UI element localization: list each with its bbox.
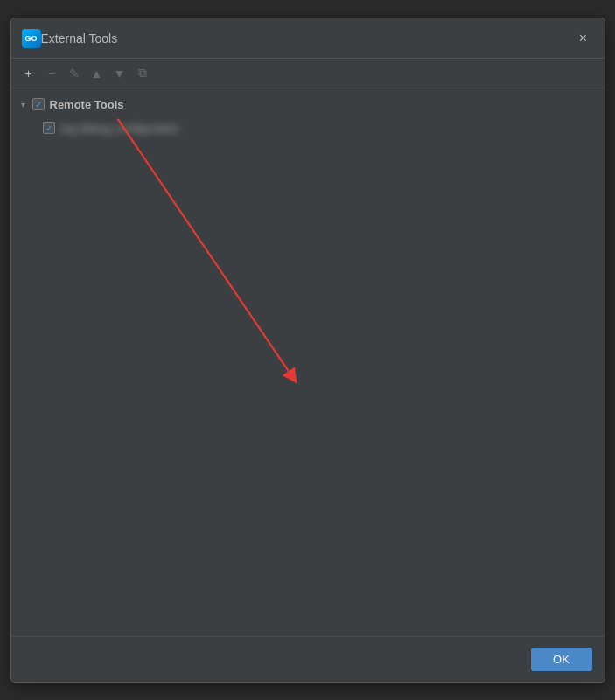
ok-button[interactable]: OK <box>531 648 592 671</box>
toolbar: + − ✎ ▲ ▼ ⧉ <box>11 59 605 88</box>
tree-group-header-remote-tools[interactable]: ▾ Remote Tools <box>11 92 605 116</box>
footer: OK <box>11 636 605 682</box>
item-label-0: reg debug configuration <box>60 122 180 135</box>
group-checkbox-remote-tools[interactable] <box>32 98 45 110</box>
dialog-title: External Tools <box>41 32 573 46</box>
annotation-arrow <box>11 88 605 636</box>
group-label-remote-tools: Remote Tools <box>50 98 124 111</box>
item-checkbox-0[interactable] <box>43 122 55 134</box>
move-down-button[interactable]: ▼ <box>109 63 130 84</box>
close-button[interactable]: × <box>573 28 594 49</box>
move-up-button[interactable]: ▲ <box>87 63 108 84</box>
remove-button[interactable]: − <box>41 63 62 84</box>
tree-group-remote-tools: ▾ Remote Tools reg debug configuration <box>11 92 605 139</box>
tree-item-0[interactable]: reg debug configuration <box>11 116 605 139</box>
tree-panel[interactable]: ▾ Remote Tools reg debug configuration <box>11 88 605 636</box>
app-icon: GO <box>22 29 41 48</box>
add-button[interactable]: + <box>18 63 39 84</box>
svg-line-1 <box>117 119 292 378</box>
copy-button[interactable]: ⧉ <box>132 63 153 84</box>
edit-button[interactable]: ✎ <box>64 63 85 84</box>
content-area: ▾ Remote Tools reg debug configuration <box>11 88 605 636</box>
external-tools-dialog: GO External Tools × + − ✎ ▲ ▼ ⧉ ▾ Remote… <box>10 18 605 682</box>
title-bar: GO External Tools × <box>11 18 605 59</box>
chevron-down-icon: ▾ <box>17 97 31 111</box>
